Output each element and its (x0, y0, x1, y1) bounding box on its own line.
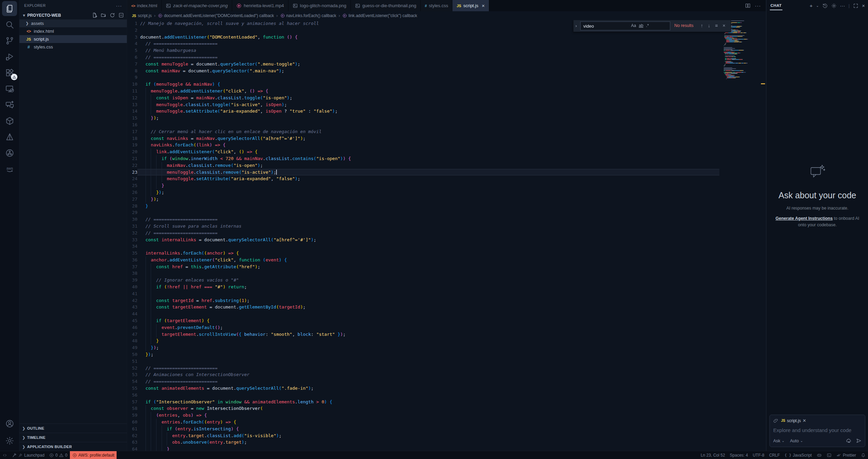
copilot-item[interactable] (814, 451, 824, 459)
find-input[interactable] (583, 23, 628, 29)
code-line-20[interactable]: link.addEventListener("click", () => { (137, 148, 719, 155)
code-line-61[interactable]: if (entry.isIntersecting) { (137, 426, 719, 432)
code-line-7[interactable]: const menuToggle = document.querySelecto… (137, 61, 719, 68)
code-line-19[interactable]: navLinks.forEach((link) => { (137, 142, 719, 148)
breadcrumb-item[interactable]: link.addEventListener("click") callback (348, 13, 417, 18)
code-line-38[interactable] (137, 270, 719, 277)
activity-bar-item-settings[interactable] (2, 433, 17, 448)
code-line-48[interactable]: } (137, 338, 719, 344)
breadcrumb-item[interactable]: document.addEventListener("DOMContentLoa… (164, 13, 274, 18)
terminal-item[interactable] (824, 451, 834, 459)
code-line-29[interactable] (137, 209, 719, 216)
split-editor-icon[interactable] (745, 3, 751, 9)
find-previous-icon[interactable]: ↑ (701, 23, 703, 29)
cursor-position-item[interactable]: Ln 23, Col 52 (698, 451, 727, 459)
send-icon[interactable] (856, 438, 862, 444)
activity-bar-item-source-control[interactable] (2, 33, 17, 48)
code-line-11[interactable]: menuToggle.addEventListener("click", () … (137, 88, 719, 95)
file-tree-item-index.html[interactable]: <>index.html (19, 27, 127, 35)
explorer-root-folder[interactable]: ▼ PROYECTO-WEB (19, 11, 127, 19)
editor-more-icon[interactable]: ··· (755, 3, 761, 9)
code-line-60[interactable]: entries.forEach((entry) => { (137, 419, 719, 426)
code-line-37[interactable]: const href = this.getAttribute("href"); (137, 263, 719, 270)
code-line-34[interactable] (137, 243, 719, 250)
code-line-31[interactable]: // Scroll suave para anclas internas (137, 223, 719, 230)
code-line-40[interactable]: if (!href || href === "#") return; (137, 284, 719, 290)
close-tab-icon[interactable]: × (482, 3, 485, 9)
tab-logo-glitch-nomada.png[interactable]: logo-glitch-nomada.png (288, 0, 351, 11)
find-close-icon[interactable]: × (722, 23, 725, 29)
code-line-63[interactable]: obs.unobserve(entry.target); (137, 439, 719, 446)
breadcrumb-item[interactable]: script.js (138, 13, 152, 18)
code-line-5[interactable]: // Menú hamburguesa (137, 47, 719, 54)
notifications-item[interactable] (858, 451, 868, 459)
regex-icon[interactable]: .* (646, 23, 649, 29)
code-line-6[interactable]: // ======================== (137, 54, 719, 61)
activity-bar-item-run-debug[interactable] (2, 49, 17, 64)
code-line-14[interactable]: menuToggle.setAttribute("aria-expanded",… (137, 108, 719, 115)
code-line-12[interactable]: const isOpen = mainNav.classList.toggle(… (137, 95, 719, 101)
code-line-28[interactable]: } (137, 203, 719, 210)
code-line-64[interactable]: } (137, 446, 719, 451)
activity-bar-item-explorer[interactable] (2, 1, 17, 16)
file-tree-item-styles.css[interactable]: #styles.css (19, 43, 127, 51)
find-next-icon[interactable]: ↓ (708, 23, 710, 29)
find-toggle-icon[interactable]: › (573, 23, 579, 29)
new-chat-dropdown-icon[interactable]: ⌄ (816, 4, 819, 8)
code-line-54[interactable]: // ======================== (137, 378, 719, 385)
remote-indicator[interactable] (0, 451, 10, 459)
maximize-panel-icon[interactable] (853, 3, 858, 9)
new-folder-icon[interactable] (101, 12, 106, 18)
code-line-10[interactable]: if (menuToggle && mainNav) { (137, 81, 719, 88)
code-line-35[interactable]: internalLinks.forEach((anchor) => { (137, 250, 719, 257)
breadcrumb-item[interactable]: navLinks.forEach() callback (286, 13, 336, 18)
activity-bar-item-search[interactable] (2, 17, 17, 32)
refresh-icon[interactable] (109, 12, 115, 18)
activity-bar-item-aws[interactable]: aws (2, 161, 17, 176)
code-line-57[interactable]: if ("IntersectionObserver" in window && … (137, 399, 719, 405)
code-line-47[interactable]: targetElement.scrollIntoView({ behavior:… (137, 331, 719, 338)
code-line-21[interactable]: if (window.innerWidth < 720 && mainNav.c… (137, 155, 719, 162)
code-line-27[interactable]: }); (137, 196, 719, 203)
file-tree-item-assets[interactable]: ❯assets (19, 19, 127, 27)
activity-bar-item-references[interactable] (2, 145, 17, 160)
code-line-30[interactable]: // ======================== (137, 216, 719, 223)
voice-input-icon[interactable] (846, 438, 852, 444)
file-tree-item-script.js[interactable]: JSscript.js (19, 35, 127, 43)
new-file-icon[interactable] (92, 12, 98, 18)
code-line-22[interactable]: mainNav.classList.remove("is-open"); (137, 162, 719, 169)
attached-file-chip[interactable]: JS script.js ✕ (781, 418, 806, 423)
match-case-icon[interactable]: Aa (631, 23, 636, 29)
attach-context-icon[interactable] (773, 418, 778, 423)
code-line-53[interactable]: // Animaciones con IntersectionObserver (137, 371, 719, 378)
code-line-39[interactable]: // Ignorar enlaces vacíos o "#" (137, 277, 719, 284)
code-line-13[interactable]: menuToggle.classList.toggle("is-active",… (137, 101, 719, 108)
code-line-36[interactable]: anchor.addEventListener("click", functio… (137, 257, 719, 263)
eol-item[interactable]: CRLF (767, 451, 782, 459)
close-panel-icon[interactable]: × (862, 3, 865, 9)
code-line-45[interactable]: if (targetElement) { (137, 317, 719, 324)
new-chat-button[interactable]: + (810, 3, 813, 9)
code-line-56[interactable] (137, 392, 719, 399)
code-line-17[interactable]: // Cerrar menú al hacer clic en un enlac… (137, 128, 719, 135)
chat-more-icon[interactable]: ··· (840, 3, 845, 9)
launchpad-item[interactable]: Launchpad (10, 451, 47, 459)
whole-word-icon[interactable]: ab (639, 23, 643, 29)
activity-bar-item-prism[interactable] (2, 129, 17, 144)
chat-input-box[interactable]: JS script.js ✕ Explore and understand yo… (769, 415, 865, 447)
tab-zack-el-mapache-cover.png[interactable]: zack-el-mapache-cover.png (162, 0, 232, 11)
chat-model-select[interactable]: Auto ⌄ (790, 439, 803, 443)
activity-bar-item-extensions[interactable] (2, 65, 17, 80)
code-line-32[interactable]: // ======================== (137, 230, 719, 236)
code-line-59[interactable]: (entries, obs) => { (137, 412, 719, 419)
code-line-46[interactable]: event.preventDefault(); (137, 324, 719, 331)
tab-henrietta-level1.mp4[interactable]: henrietta-level1.mp4 (232, 0, 288, 11)
chat-history-icon[interactable] (822, 3, 828, 9)
aws-profile-item[interactable]: AWS: profile:default (70, 451, 117, 459)
code-line-9[interactable] (137, 74, 719, 81)
sidebar-section-outline[interactable]: ❯OUTLINE (19, 424, 127, 433)
language-mode-item[interactable]: { } JavaScript (782, 451, 814, 459)
code-line-55[interactable]: const animatedElements = document.queryS… (137, 385, 719, 392)
code-line-49[interactable]: }); (137, 344, 719, 351)
tab-chat[interactable]: CHAT (770, 1, 782, 10)
